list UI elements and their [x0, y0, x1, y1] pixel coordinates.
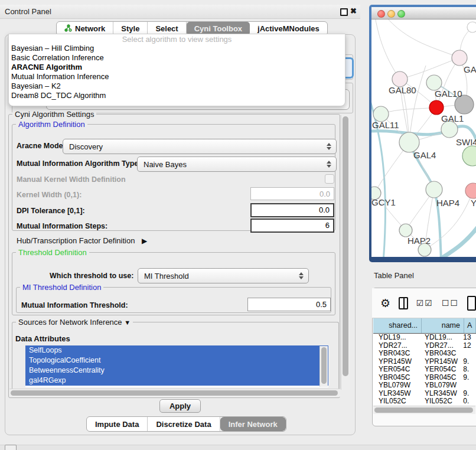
table-row[interactable]: YDL19...YDL19...13 [373, 334, 476, 342]
sources-title: Sources for Network Inference [18, 318, 122, 327]
network-window-titlebar[interactable] [371, 7, 476, 19]
tab-label: Cyni Toolbox [194, 24, 242, 33]
table-row[interactable]: YBL079WYBL079W [373, 381, 476, 390]
manual-kernel-checkbox[interactable] [325, 174, 334, 184]
minimize-traffic-light-icon[interactable] [387, 10, 395, 18]
table-row[interactable]: YIL052CYIL052C0. [373, 397, 476, 405]
dropdown-item[interactable]: Bayesian – K2 [9, 81, 345, 91]
table-cell: 0. [462, 397, 476, 405]
node-label: GAL10 [435, 89, 462, 99]
close-traffic-light-icon[interactable] [377, 10, 385, 18]
dropdown-item[interactable]: Bayesian – Hill Climbing [9, 44, 345, 53]
table-cell [462, 350, 476, 358]
scrollbar-thumb[interactable] [321, 347, 327, 384]
algorithm-dropdown-popup: Select algorithm to view settings Bayesi… [8, 34, 345, 106]
spinner-arrows-icon [325, 143, 333, 150]
table-cell: YBR045C [373, 374, 420, 382]
control-panel-titlebar [0, 5, 360, 19]
mi-steps-label: Mutual Information Steps: [17, 222, 107, 230]
network-node[interactable] [429, 100, 444, 115]
expander-right-arrow-icon: ▶ [142, 237, 147, 245]
mi-steps-field[interactable]: 6 [250, 219, 334, 233]
table-row[interactable]: YBR045CYBR045C9. [373, 374, 476, 382]
apply-button[interactable]: Apply [159, 399, 201, 413]
group-title: Algorithm Definition [16, 120, 87, 129]
table-row[interactable]: YBR043CYBR043C [373, 350, 476, 358]
settings-scrollbar-vertical[interactable] [341, 115, 350, 390]
checked-boxes-icon[interactable]: ☑☑ [416, 298, 433, 308]
zoom-traffic-light-icon[interactable] [397, 10, 405, 18]
scrollbar-thumb[interactable] [343, 116, 348, 376]
table-cell: 9. [462, 390, 476, 398]
kernel-width-field[interactable]: 0.0 [250, 187, 334, 200]
list-item[interactable]: SelfLoops [25, 345, 328, 356]
network-node[interactable] [465, 183, 476, 198]
control-panel-title: Control Panel [5, 7, 51, 16]
table-row[interactable]: YER054CYER054C8. [373, 366, 476, 374]
document-icon[interactable] [467, 296, 476, 311]
table-cell: 8. [462, 366, 476, 374]
scrollbar-thumb[interactable] [11, 390, 338, 396]
minimized-panel-icon[interactable] [5, 445, 17, 450]
network-node[interactable] [441, 121, 458, 138]
table-cell: YBR045C [420, 374, 462, 382]
data-attributes-list[interactable]: SelfLoops TopologicalCoefficient Between… [25, 345, 328, 387]
expander-down-arrow-icon[interactable]: ▼ [124, 319, 131, 326]
list-item[interactable]: gal4RGexp [25, 376, 328, 386]
scrollbar-thumb[interactable] [374, 407, 473, 413]
column-header-name[interactable]: name [422, 318, 464, 333]
list-item[interactable]: TopologicalCoefficient [25, 356, 328, 366]
table-cell: YDL19... [373, 334, 420, 342]
network-node[interactable] [462, 146, 476, 166]
table-cell: YLR345W [373, 390, 420, 398]
settings-scrollbar-horizontal[interactable] [9, 389, 340, 397]
close-icon[interactable]: ✖ [350, 6, 357, 15]
hub-definition-expander[interactable]: Hub/Transcription Factor Definition ▶ [17, 236, 147, 245]
dropdown-item[interactable]: Basic Correlation Inference [9, 53, 345, 63]
combobox-value: Naive Bayes [138, 160, 325, 169]
mi-threshold-field[interactable]: 0.5 [247, 298, 331, 311]
table-cell: YBR043C [373, 350, 420, 358]
unchecked-boxes-icon[interactable]: ☐☐ [442, 298, 459, 308]
network-node[interactable] [426, 181, 442, 198]
column-header-partial[interactable]: A [464, 318, 476, 333]
tab-infer-network[interactable]: Infer Network [220, 417, 286, 431]
table-cell: YDL19... [420, 334, 462, 342]
network-node[interactable] [467, 22, 476, 32]
tab-label: Network [75, 24, 105, 33]
which-threshold-label: Which threshold to use: [50, 272, 133, 280]
mi-threshold-label: Mutual Information Threshold: [21, 301, 128, 309]
mi-algorithm-type-combobox[interactable]: Naive Bayes [137, 156, 337, 172]
dropdown-placeholder: Select algorithm to view settings [9, 35, 345, 44]
table-cell: YER054C [420, 366, 462, 374]
network-node[interactable] [452, 50, 467, 66]
table-panel-title: Table Panel [374, 271, 414, 280]
table-cell: YDR27... [420, 342, 462, 350]
aracne-mode-combobox[interactable]: Discovery [63, 139, 337, 154]
table-row[interactable]: YPR145WYPR145W9. [373, 358, 476, 366]
combobox-value: MI Threshold [138, 272, 297, 281]
dropdown-item[interactable]: Dream8 DC_TDC Algorithm [9, 91, 345, 100]
float-window-icon[interactable] [340, 8, 348, 16]
dropdown-item-highlighted[interactable]: ARACNE Algorithm [9, 63, 345, 72]
column-header-shared[interactable]: shared... [373, 318, 422, 333]
network-node[interactable] [399, 132, 419, 152]
columns-icon[interactable] [399, 297, 408, 309]
dropdown-item[interactable]: Mutual Information Inference [9, 72, 345, 81]
table-row[interactable]: YDR27...YDR27...12 [373, 342, 476, 350]
network-canvas[interactable]: GALGAL80GAL10GAL1GAL11SWI4GAL4GCY1HAP4YH… [371, 19, 476, 257]
tab-discretize-data[interactable]: Discretize Data [148, 417, 220, 431]
node-label: Y [471, 198, 476, 208]
network-node[interactable] [399, 224, 412, 237]
attributes-scrollbar[interactable] [319, 346, 328, 387]
which-threshold-combobox[interactable]: MI Threshold [138, 268, 309, 283]
dpi-tolerance-field[interactable]: 0.0 [250, 203, 334, 217]
mi-algorithm-type-label: Mutual Information Algorithm Type: [17, 159, 141, 168]
table-scrollbar-horizontal[interactable] [373, 406, 475, 414]
list-item[interactable]: BetweennessCentrality [25, 366, 328, 376]
table-row[interactable]: YLR345WYLR345W9. [373, 390, 476, 398]
tab-label: Impute Data [95, 420, 139, 429]
aracne-mode-label: Aracne Mode: [17, 142, 66, 150]
tab-impute-data[interactable]: Impute Data [87, 417, 148, 431]
gear-icon[interactable]: ⚙ [380, 296, 390, 310]
